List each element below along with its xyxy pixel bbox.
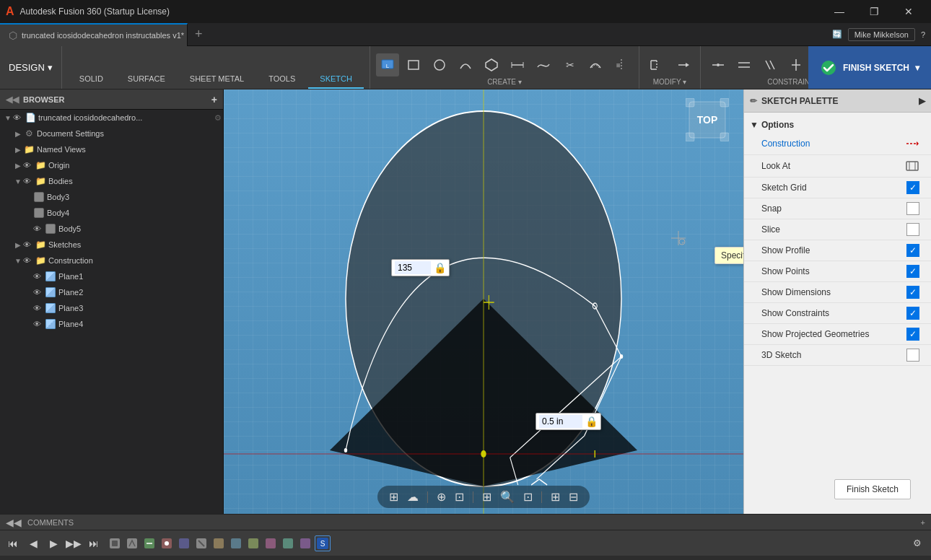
show-points-checkbox[interactable]: ✓: [906, 265, 919, 278]
tab-sketch[interactable]: SKETCH: [308, 71, 364, 89]
angle-input[interactable]: [395, 261, 431, 274]
line-tool[interactable]: L: [376, 53, 399, 76]
eye-construction[interactable]: 👁: [23, 256, 33, 265]
polygon-tool[interactable]: [480, 53, 503, 76]
fillet-tool[interactable]: [645, 53, 668, 76]
tree-toggle-origin[interactable]: ▶: [13, 162, 23, 170]
extend-tool[interactable]: [671, 53, 694, 76]
tree-toggle-sketches[interactable]: ▶: [13, 241, 23, 249]
comments-add-icon[interactable]: +: [921, 518, 925, 527]
tab-solid[interactable]: SOLID: [68, 71, 115, 89]
tree-item-named-views[interactable]: ▶ 📁 Named Views: [0, 141, 223, 157]
nav-zoom[interactable]: 🔍: [497, 489, 517, 505]
browser-collapse-icon[interactable]: ◀◀: [6, 95, 19, 105]
nav-home[interactable]: ⊞: [386, 489, 401, 505]
tree-item-bodies[interactable]: ▼ 👁 📁 Bodies: [0, 173, 223, 189]
tree-toggle-bodies[interactable]: ▼: [13, 178, 23, 185]
show-constraints-checkbox[interactable]: ✓: [906, 307, 919, 320]
restore-button[interactable]: ❐: [857, 0, 891, 23]
tree-toggle-named-views[interactable]: ▶: [13, 146, 23, 154]
viewport[interactable]: Specify next point 🔒 🔒 TOP: [224, 89, 743, 514]
history-item-5[interactable]: [176, 535, 192, 551]
update-icon[interactable]: 🔄: [832, 30, 842, 39]
active-tab[interactable]: ⬡ truncated icosidodecahedron instructab…: [0, 23, 188, 46]
nav-pan[interactable]: ⊡: [520, 489, 536, 505]
timeline-play[interactable]: ▶: [46, 536, 61, 551]
tree-item-construction[interactable]: ▼ 👁 📁 Construction: [0, 253, 223, 268]
eye-plane4[interactable]: 👁: [33, 320, 43, 328]
eye-origin[interactable]: 👁: [23, 161, 33, 170]
mirror-tool[interactable]: ≡: [610, 53, 633, 76]
arc-tool[interactable]: [454, 53, 477, 76]
close-button[interactable]: ✕: [892, 0, 925, 23]
timeline-skip-end[interactable]: ⏭: [87, 536, 101, 551]
eye-root[interactable]: 👁: [13, 113, 23, 122]
show-profile-checkbox[interactable]: ✓: [906, 244, 919, 257]
eye-body5[interactable]: 👁: [33, 224, 43, 233]
palette-section-toggle[interactable]: ▼ Options: [744, 117, 931, 133]
palette-arrow[interactable]: ▶: [919, 96, 925, 106]
tab-surface[interactable]: SURFACE: [116, 71, 177, 89]
collinear-constraint[interactable]: [733, 53, 756, 76]
settings-icon-root[interactable]: ⚙: [213, 113, 223, 123]
nav-zoom-fit[interactable]: ⊞: [479, 489, 494, 505]
show-dimensions-checkbox[interactable]: ✓: [906, 286, 919, 299]
rectangle-tool[interactable]: [402, 53, 425, 76]
coincident-constraint[interactable]: [707, 53, 730, 76]
sketch-grid-checkbox[interactable]: ✓: [906, 181, 919, 194]
history-item-12[interactable]: [297, 535, 313, 551]
tree-toggle-root[interactable]: ▼: [3, 114, 13, 122]
perpendicular-constraint[interactable]: [784, 53, 808, 76]
history-item-11[interactable]: [280, 535, 296, 551]
look-at-icon-btn[interactable]: [905, 159, 919, 173]
browser-expand-icon[interactable]: +: [211, 94, 217, 105]
minimize-button[interactable]: —: [823, 0, 856, 23]
new-tab-button[interactable]: +: [188, 27, 210, 42]
parallel-constraint[interactable]: [759, 53, 782, 76]
finish-sketch-toolbar-button[interactable]: FINISH SKETCH ▾: [808, 46, 931, 89]
tree-item-origin[interactable]: ▶ 👁 📁 Origin: [0, 157, 223, 173]
tree-item-sketches[interactable]: ▶ 👁 📁 Sketches: [0, 237, 223, 253]
help-icon[interactable]: ?: [921, 30, 925, 39]
timeline-prev[interactable]: ◀: [26, 536, 40, 551]
timeline-skip-start[interactable]: ⏮: [6, 536, 20, 551]
tree-item-plane4[interactable]: 👁 Plane4: [0, 316, 223, 332]
history-item-1[interactable]: [107, 535, 123, 551]
length-input[interactable]: [539, 415, 582, 428]
eye-plane2[interactable]: 👁: [33, 288, 43, 297]
offset-tool[interactable]: [584, 53, 607, 76]
dimension-tool[interactable]: [506, 53, 529, 76]
tree-item-body3[interactable]: Body3: [0, 189, 223, 205]
history-item-7[interactable]: [211, 535, 227, 551]
snap-checkbox[interactable]: [906, 202, 919, 215]
sketch-marker[interactable]: S: [315, 535, 331, 551]
history-item-10[interactable]: [263, 535, 279, 551]
history-item-6[interactable]: [193, 535, 209, 551]
history-item-8[interactable]: [228, 535, 244, 551]
tree-item-body5[interactable]: 👁 Body5: [0, 221, 223, 237]
timeline-settings[interactable]: ⚙: [909, 535, 925, 551]
trim-tool[interactable]: ✂: [558, 53, 581, 76]
history-item-3[interactable]: [141, 535, 157, 551]
tree-toggle-doc[interactable]: ▶: [13, 130, 23, 138]
tree-item-doc-settings[interactable]: ▶ ⚙ Document Settings: [0, 126, 223, 141]
3d-sketch-checkbox[interactable]: [906, 349, 919, 362]
eye-plane1[interactable]: 👁: [33, 272, 43, 281]
tree-item-body4[interactable]: Body4: [0, 205, 223, 221]
eye-sketches[interactable]: 👁: [23, 240, 33, 249]
eye-plane3[interactable]: 👁: [33, 304, 43, 312]
history-item-9[interactable]: [245, 535, 261, 551]
user-button[interactable]: Mike Mikkelson: [848, 28, 915, 41]
angle-input-popup[interactable]: 🔒: [391, 259, 450, 276]
nav-display[interactable]: ⊞: [548, 489, 563, 505]
tree-toggle-construction[interactable]: ▼: [13, 257, 23, 265]
view-cube[interactable]: TOP: [686, 98, 729, 141]
nav-fit[interactable]: ☁: [404, 489, 421, 505]
construction-icon-btn[interactable]: [905, 136, 919, 151]
eye-bodies[interactable]: 👁: [23, 177, 33, 185]
tab-sheet-metal[interactable]: SHEET METAL: [178, 71, 255, 89]
nav-orbit[interactable]: ⊕: [434, 489, 449, 505]
tree-item-root[interactable]: ▼ 👁 📄 truncated icosidodecahedro... ⚙: [0, 110, 223, 126]
tab-tools[interactable]: TOOLS: [257, 71, 307, 89]
tree-item-plane2[interactable]: 👁 Plane2: [0, 284, 223, 300]
